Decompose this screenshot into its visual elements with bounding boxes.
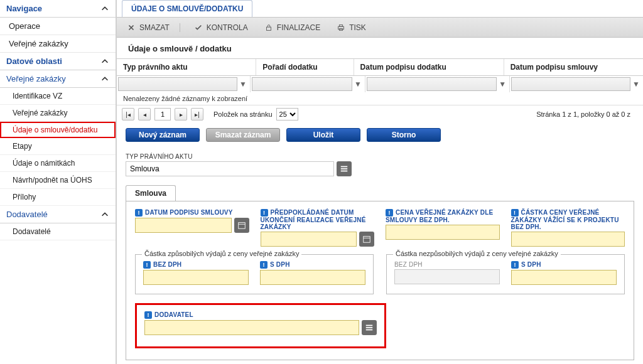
svg-rect-8 — [364, 237, 370, 243]
tab-udaje-o-smlouve[interactable]: ÚDAJE O SMLOUVĚ/DODATKU — [122, 0, 252, 17]
subtab-smlouva[interactable]: Smlouva — [126, 185, 176, 201]
pager-status: Stránka 1 z 1, položky 0 až 0 z — [536, 110, 638, 118]
toolbar-label: TISK — [349, 23, 366, 32]
fieldset-label-zpusobile: Částka způsobilých výdajů z ceny veřejné… — [142, 250, 301, 257]
label-s-dph: !S DPH — [511, 261, 617, 269]
fieldset-nezpusobile: Částka nezpůsobilých výdajů z ceny veřej… — [386, 254, 625, 294]
toolbar-label: SMAZAT — [139, 23, 170, 32]
chevron-up-icon — [100, 57, 109, 66]
filter-icon[interactable]: ▼ — [497, 80, 508, 88]
nav-section-navigace[interactable]: Navigace — [0, 0, 116, 18]
pager-per-page-label: Položek na stránku — [213, 110, 273, 118]
input-castka-ceny[interactable] — [511, 232, 625, 247]
btn-novy-zaznam[interactable]: Nový záznam — [126, 128, 200, 142]
label-bez-dph: !BEZ DPH — [143, 261, 249, 269]
grid-filter-row: ▼ ▼ ▼ ▼ — [117, 76, 643, 92]
toolbar-finalizace[interactable]: FINALIZACE — [262, 23, 323, 32]
grid: Typ právního aktu Pořadí dodatku Datum p… — [117, 58, 643, 123]
nav-item-verejne-zakazky[interactable]: Veřejné zakázky — [0, 35, 116, 53]
tabbar: ÚDAJE O SMLOUVĚ/DODATKU — [117, 0, 643, 18]
print-icon — [337, 23, 345, 32]
btn-smazat-zaznam[interactable]: Smazat záznam — [206, 128, 280, 142]
input-nezpusob-bez-dph — [394, 269, 500, 284]
svg-rect-9 — [366, 325, 373, 326]
nav-label: Dodavatelé — [6, 210, 48, 219]
nav-section-datove-oblasti[interactable]: Datové oblasti — [0, 53, 116, 70]
input-zpusob-s-dph[interactable] — [260, 270, 365, 285]
nav-sub-verejne-zakazky[interactable]: Veřejné zakázky — [0, 105, 116, 122]
check-icon — [194, 23, 203, 32]
toolbar-tisk[interactable]: TISK — [334, 23, 369, 32]
label-s-dph: !S DPH — [260, 261, 365, 269]
input-nezpusob-s-dph[interactable] — [511, 270, 617, 285]
fieldset-zpusobile: Částka způsobilých výdajů z ceny veřejné… — [135, 254, 374, 294]
input-predpokladane-datum[interactable] — [261, 232, 357, 247]
nav-label: Datové oblasti — [6, 56, 62, 66]
main-panel: ÚDAJE O SMLOUVĚ/DODATKU SMAZAT KONTROLA … — [116, 0, 643, 364]
input-zpusob-bez-dph[interactable] — [143, 270, 249, 285]
svg-rect-6 — [341, 171, 348, 172]
subpanel-smlouva: !DATUM PODPISU SMLOUVY !PŘEDPOKLÁDANÉ DA… — [126, 201, 634, 360]
nav-sub-udaje-o-smlouve[interactable]: Údaje o smlouvě/dodatku — [0, 122, 116, 138]
calendar-icon[interactable] — [234, 218, 249, 233]
label-datum-podpisu-smlouvy: !DATUM PODPISU SMLOUVY — [135, 209, 249, 217]
label-cena-dle-smlouvy: !CENA VEŘEJNÉ ZAKÁZKY DLE SMLOUVY BEZ DP… — [386, 209, 500, 223]
nav-group-dodavatele[interactable]: Dodavatelé — [0, 206, 116, 223]
label-dodavatel: !DODAVATEL — [144, 311, 377, 319]
grid-header-datum-dodatku[interactable]: Datum podpisu dodatku — [354, 59, 504, 75]
toolbar-label: KONTROLA — [207, 23, 248, 32]
nav-sub-identifikace-vz[interactable]: Identifikace VZ — [0, 88, 116, 105]
grid-header-typ[interactable]: Typ právního aktu — [117, 59, 256, 75]
nav-sub-udaje-o-namitkach[interactable]: Údaje o námitkách — [0, 155, 116, 172]
grid-header-datum-smlouvy[interactable]: Datum podpisu smlouvy — [504, 59, 643, 75]
lock-icon — [264, 23, 273, 32]
nav-sub-navrh-podnet[interactable]: Návrh/podnět na ÚOHS — [0, 172, 116, 189]
input-typ-pravniho-aktu[interactable] — [126, 161, 334, 176]
filter-icon[interactable]: ▼ — [237, 80, 249, 88]
svg-rect-4 — [341, 166, 348, 168]
svg-rect-11 — [366, 329, 373, 331]
input-cena-dle-smlouvy[interactable] — [386, 225, 500, 240]
chevron-up-icon — [100, 4, 109, 13]
filter-icon[interactable]: ▼ — [630, 80, 642, 88]
toolbar-kontrola[interactable]: KONTROLA — [192, 23, 251, 32]
btn-storno[interactable]: Storno — [367, 128, 441, 142]
pager-first[interactable]: |◂ — [122, 108, 134, 120]
svg-rect-7 — [238, 223, 245, 229]
pager-per-page-select[interactable]: 25 — [276, 108, 298, 120]
svg-rect-5 — [341, 168, 348, 169]
fieldset-label-nezpusobile: Částka nezpůsobilých výdajů z ceny veřej… — [393, 250, 561, 257]
nav-sub-dodavatele[interactable]: Dodavatelé — [0, 223, 116, 240]
dodavatel-highlight-box: !DODAVATEL — [135, 303, 386, 348]
filter-datum-dod[interactable] — [367, 77, 497, 91]
nav-group-verejne-zakazky[interactable]: Veřejné zakázky — [0, 70, 116, 88]
nav-sub-etapy[interactable]: Etapy — [0, 138, 116, 155]
action-button-row: Nový záznam Smazat záznam Uložit Storno — [117, 123, 643, 147]
filter-poradi[interactable] — [252, 77, 352, 91]
btn-ulozit[interactable]: Uložit — [286, 128, 360, 142]
nav-sub-prilohy[interactable]: Přílohy — [0, 189, 116, 206]
filter-icon[interactable]: ▼ — [352, 80, 364, 88]
svg-rect-0 — [266, 27, 271, 30]
lookup-icon[interactable] — [337, 161, 352, 176]
pager-page-number[interactable] — [154, 108, 171, 120]
filter-typ[interactable] — [118, 77, 237, 91]
chevron-up-icon — [100, 75, 109, 83]
grid-empty-message: Nenalezeny žádné záznamy k zobrazení — [117, 92, 643, 105]
filter-datum-sml[interactable] — [511, 77, 630, 91]
label-typ-pravniho-aktu: TYP PRÁVNÍHO AKTU — [126, 153, 634, 160]
input-dodavatel[interactable] — [144, 320, 359, 335]
input-datum-podpisu-smlouvy[interactable] — [135, 218, 232, 233]
pager-last[interactable]: ▸| — [191, 108, 203, 120]
pager-next[interactable]: ▸ — [175, 108, 187, 120]
nav-item-operace[interactable]: Operace — [0, 18, 116, 35]
toolbar-smazat[interactable]: SMAZAT — [124, 23, 180, 32]
lookup-icon[interactable] — [362, 320, 377, 335]
chevron-up-icon — [100, 210, 109, 219]
grid-header-poradi[interactable]: Pořadí dodatku — [256, 59, 354, 75]
svg-rect-2 — [340, 24, 343, 26]
label-castka-ceny: !ČÁSTKA CENY VEŘEJNÉ ZAKÁZKY VÁŽÍCÍ SE K… — [511, 209, 625, 230]
grid-header-row: Typ právního aktu Pořadí dodatku Datum p… — [117, 58, 643, 76]
pager-prev[interactable]: ◂ — [138, 108, 151, 120]
calendar-icon[interactable] — [359, 232, 374, 247]
